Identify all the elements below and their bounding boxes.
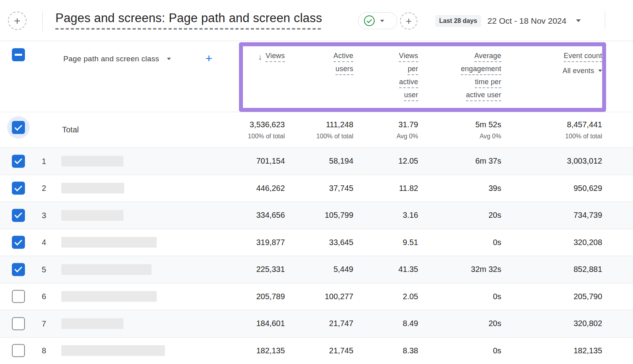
event-count-value: 320,802	[574, 319, 602, 328]
redacted-page-path	[61, 291, 157, 302]
total-views-per-user: 31.79	[398, 120, 418, 129]
total-row-checkbox[interactable]	[12, 121, 25, 134]
select-all-checkbox[interactable]	[12, 48, 25, 61]
row-checkbox[interactable]	[12, 182, 25, 195]
active-users-value: 33,645	[329, 238, 353, 247]
views-per-user-value: 11.82	[399, 184, 418, 193]
views-per-user-value: 8.38	[403, 346, 418, 355]
ga4-pages-screens-report: + Pages and screens: Page path and scree…	[0, 0, 633, 364]
event-count-value: 3,003,012	[567, 157, 602, 166]
date-range-text: 22 Oct - 18 Nov 2024	[487, 16, 567, 26]
event-count-value: 950,629	[574, 184, 602, 193]
redacted-page-path	[61, 156, 123, 166]
event-count-value: 320,208	[574, 238, 602, 247]
arrow-down-icon: ↓	[258, 53, 262, 61]
table-row: 6 205,789 100,277 2.05 0s 205,790	[0, 283, 633, 310]
column-header-views-per-active-user[interactable]: Views per active user	[353, 53, 418, 112]
table-row: 1 701,154 58,194 12.05 6m 37s 3,003,012	[0, 147, 633, 175]
views-value: 701,154	[256, 157, 285, 166]
table-row: 8 182,135 21,745 8.38 0s 182,135	[0, 337, 633, 364]
date-range-selector[interactable]: Last 28 days 22 Oct - 18 Nov 2024	[435, 12, 581, 30]
table-row: 4 319,877 33,645 9.51 0s 320,208	[0, 229, 633, 256]
views-value: 446,262	[256, 184, 285, 193]
engagement-time-value: 32m 32s	[471, 265, 501, 274]
redacted-page-path	[61, 210, 123, 221]
row-checkbox[interactable]	[12, 236, 25, 249]
plus-icon: +	[406, 15, 411, 27]
active-users-value: 21,747	[329, 319, 353, 328]
plus-icon: +	[14, 15, 20, 26]
total-active-users: 111,248	[326, 120, 353, 129]
table-body: 1 701,154 58,194 12.05 6m 37s 3,003,012 …	[0, 147, 633, 364]
table-row: 5 225,331 5,449 41.35 32m 32s 852,881	[0, 256, 633, 283]
event-selector[interactable]: All events	[563, 66, 602, 75]
views-per-user-value: 3.16	[403, 211, 418, 220]
engagement-time-value: 39s	[489, 184, 501, 193]
row-checkbox[interactable]	[12, 344, 25, 357]
views-value: 182,135	[256, 346, 285, 355]
report-status-button[interactable]	[358, 12, 397, 29]
active-users-value: 37,745	[329, 184, 353, 193]
plus-icon: +	[205, 52, 212, 65]
row-checkbox[interactable]	[12, 290, 25, 303]
row-checkbox[interactable]	[12, 317, 25, 330]
metric-column-headers: ↓ Views Active users Views per active us…	[226, 53, 633, 112]
dimension-selector[interactable]: Page path and screen class	[63, 52, 171, 66]
redacted-page-path	[61, 183, 124, 194]
row-index: 3	[37, 211, 51, 220]
column-header-event-count[interactable]: Event count All events	[501, 53, 633, 112]
row-index: 2	[37, 184, 51, 193]
engagement-time-value: 20s	[489, 211, 501, 220]
row-index: 4	[37, 238, 51, 247]
total-row: Total 3,536,623100% of total 111,248100%…	[0, 112, 633, 147]
chevron-down-icon	[576, 19, 581, 22]
column-header-views[interactable]: ↓ Views	[226, 53, 285, 112]
engagement-time-value: 0s	[493, 292, 501, 301]
report-title[interactable]: Pages and screens: Page path and screen …	[55, 11, 322, 30]
total-metrics: 3,536,623100% of total 111,248100% of to…	[226, 112, 633, 147]
table-row: 2 446,262 37,745 11.82 39s 950,629	[0, 175, 633, 202]
views-per-user-value: 8.49	[403, 319, 418, 328]
table-row: 7 184,601 21,747 8.49 20s 320,802	[0, 310, 633, 337]
row-checkbox[interactable]	[12, 263, 25, 276]
redacted-page-path	[61, 237, 157, 248]
redacted-page-path	[61, 318, 123, 329]
engagement-time-value: 0s	[493, 238, 501, 247]
dimension-label: Page path and screen class	[63, 55, 159, 63]
add-report-button[interactable]: +	[8, 11, 27, 30]
row-checkbox[interactable]	[12, 155, 25, 168]
views-value: 205,789	[256, 292, 285, 301]
active-users-value: 105,799	[325, 211, 353, 220]
table-header: Page path and screen class + ↓ Views Act…	[0, 41, 633, 112]
column-header-active-users[interactable]: Active users	[285, 53, 353, 112]
row-index: 1	[37, 157, 51, 166]
active-users-value: 5,449	[334, 265, 353, 274]
report-header: + Pages and screens: Page path and scree…	[0, 0, 633, 41]
row-index: 8	[37, 346, 51, 355]
views-value: 184,601	[256, 319, 285, 328]
total-event-count: 8,457,441	[567, 120, 602, 129]
insert-button[interactable]: +	[400, 12, 417, 30]
date-preset-badge: Last 28 days	[435, 15, 481, 27]
active-users-value: 58,194	[329, 157, 353, 166]
row-index: 5	[37, 265, 51, 274]
check-circle-icon	[364, 15, 375, 26]
active-users-value: 100,277	[325, 292, 353, 301]
engagement-time-value: 0s	[493, 346, 501, 355]
views-value: 319,877	[256, 238, 285, 247]
total-label: Total	[62, 112, 79, 147]
engagement-time-value: 20s	[489, 319, 501, 328]
redacted-page-path	[61, 345, 165, 356]
views-value: 334,656	[256, 211, 285, 220]
views-per-user-value: 9.51	[403, 238, 418, 247]
table-row: 3 334,656 105,799 3.16 20s 734,739	[0, 202, 633, 229]
column-header-avg-engagement-time[interactable]: Average engagement time per active user	[418, 53, 501, 112]
add-dimension-button[interactable]: +	[201, 51, 217, 66]
total-engagement-time: 5m 52s	[475, 120, 501, 129]
row-checkbox[interactable]	[12, 209, 25, 222]
event-count-value: 205,790	[574, 292, 602, 301]
views-per-user-value: 41.35	[398, 265, 418, 274]
row-index: 7	[37, 319, 51, 328]
views-value: 225,331	[256, 265, 285, 274]
total-views: 3,536,623	[250, 120, 285, 129]
